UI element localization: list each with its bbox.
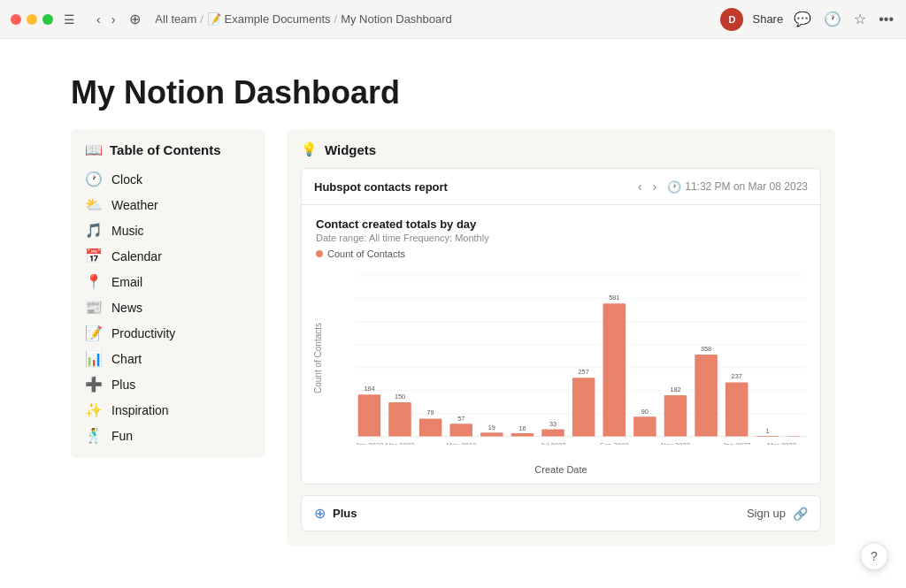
back-button[interactable]: ‹ (93, 11, 104, 28)
svg-rect-38 (695, 355, 718, 437)
toc-block: 📖 Table of Contents 🕐 Clock ⛅ Weather 🎵 … (71, 129, 265, 458)
svg-text:90: 90 (641, 408, 649, 416)
svg-text:19: 19 (488, 424, 495, 431)
svg-text:Jan 2022: Jan 2022 (355, 441, 383, 445)
svg-rect-40 (726, 382, 749, 436)
svg-text:Sep 2022: Sep 2022 (600, 441, 629, 445)
star-icon[interactable]: ☆ (852, 9, 868, 29)
toc-item-music[interactable]: 🎵 Music (85, 220, 251, 241)
add-tab-button[interactable]: ⊕ (126, 9, 144, 29)
page-header: My Notion Dashboard (0, 39, 906, 129)
toc-label-fun: Fun (111, 429, 133, 443)
toc-item-productivity[interactable]: 📝 Productivity (85, 323, 251, 343)
toc-label-chart: Chart (111, 352, 142, 366)
news-emoji: 📰 (85, 299, 103, 316)
x-axis-label: Create Date (316, 464, 806, 475)
svg-text:182: 182 (670, 386, 680, 393)
share-button[interactable]: Share (752, 12, 783, 26)
svg-rect-20 (419, 419, 442, 437)
y-axis-label: Count of Contacts (313, 323, 323, 393)
toc-label-productivity: Productivity (111, 326, 175, 340)
comment-icon[interactable]: 💬 (792, 9, 813, 29)
bar-chart: 700 600 500 400 300 200 100 0 (355, 268, 806, 445)
toc-label-clock: Clock (111, 172, 142, 187)
toc-item-email[interactable]: 📍 Email (85, 271, 251, 292)
widgets-block: 💡 Widgets Hubspot contacts report ‹ › 🕐 … (287, 129, 835, 546)
traffic-lights (11, 14, 53, 25)
svg-rect-42 (756, 436, 779, 437)
toc-item-fun[interactable]: 🕺 Fun (85, 425, 251, 446)
svg-rect-34 (633, 416, 656, 436)
toc-label-plus: Plus (111, 378, 135, 392)
svg-text:184: 184 (364, 385, 374, 393)
toc-label-email: Email (111, 275, 142, 289)
history-icon[interactable]: 🕐 (822, 9, 843, 29)
titlebar-right: D Share 💬 🕐 ☆ ••• (720, 8, 895, 31)
chart-wrapper: Count of Contacts (316, 268, 806, 448)
svg-text:79: 79 (427, 409, 434, 416)
link-icon[interactable]: 🔗 (793, 507, 808, 521)
breadcrumb-page[interactable]: My Notion Dashboard (341, 12, 452, 26)
toc-item-news[interactable]: 📰 News (85, 297, 251, 317)
breadcrumb-workspace[interactable]: All team (155, 12, 196, 26)
svg-text:57: 57 (457, 415, 465, 423)
calendar-emoji: 📅 (85, 248, 103, 264)
svg-rect-36 (664, 395, 687, 437)
svg-text:33: 33 (549, 420, 557, 428)
titlebar: ☰ ‹ › ⊕ All team / 📝 Example Documents /… (0, 0, 906, 39)
plus-footer-label: Plus (333, 507, 740, 520)
signup-button[interactable]: Sign up (747, 507, 786, 520)
hubspot-card: Hubspot contacts report ‹ › 🕐 11:32 PM o… (301, 168, 821, 485)
legend-dot (316, 250, 323, 257)
hamburger-icon[interactable]: ☰ (60, 11, 79, 28)
svg-rect-28 (541, 430, 564, 437)
plus-footer: ⊕ Plus Sign up 🔗 (301, 495, 821, 531)
more-options-icon[interactable]: ••• (877, 10, 895, 29)
main-content: 💡 Widgets Hubspot contacts report ‹ › 🕐 … (287, 129, 835, 588)
svg-text:Nov 2022: Nov 2022 (661, 441, 690, 445)
sidebar: 📖 Table of Contents 🕐 Clock ⛅ Weather 🎵 … (71, 129, 265, 588)
forward-button[interactable]: › (108, 11, 119, 28)
nav-controls: ‹ › (93, 11, 119, 28)
svg-text:358: 358 (701, 345, 711, 353)
legend-label: Count of Contacts (327, 248, 405, 259)
email-emoji: 📍 (85, 273, 103, 290)
hubspot-prev-button[interactable]: ‹ (634, 178, 646, 195)
content-area: 📖 Table of Contents 🕐 Clock ⛅ Weather 🎵 … (0, 129, 906, 588)
toc-label-music: Music (111, 224, 144, 238)
chart-subtitle: Date range: All time Frequency: Monthly (316, 233, 806, 243)
close-button[interactable] (11, 14, 21, 25)
svg-rect-26 (511, 433, 534, 437)
toc-item-clock[interactable]: 🕐 Clock (85, 169, 251, 189)
svg-rect-32 (603, 303, 626, 436)
hubspot-header: Hubspot contacts report ‹ › 🕐 11:32 PM o… (302, 169, 820, 205)
svg-text:May 2022: May 2022 (446, 441, 476, 445)
weather-emoji: ⛅ (85, 196, 103, 213)
productivity-emoji: 📝 (85, 325, 103, 341)
toc-item-inspiration[interactable]: ✨ Inspiration (85, 400, 251, 420)
hubspot-time: 🕐 11:32 PM on Mar 08 2023 (667, 180, 808, 194)
toc-title: 📖 Table of Contents (85, 141, 251, 158)
svg-text:Jul 2022: Jul 2022 (540, 441, 565, 445)
toc-item-weather[interactable]: ⛅ Weather (85, 195, 251, 215)
svg-rect-22 (449, 424, 472, 436)
minimize-button[interactable] (27, 14, 37, 25)
maximize-button[interactable] (42, 14, 53, 25)
toc-label-calendar: Calendar (111, 249, 162, 263)
avatar: D (720, 8, 743, 31)
widgets-emoji: 💡 (301, 141, 318, 157)
svg-text:237: 237 (732, 373, 742, 381)
svg-text:16: 16 (518, 424, 526, 432)
svg-text:1: 1 (765, 427, 769, 435)
svg-text:257: 257 (579, 368, 589, 376)
toc-items: 🕐 Clock ⛅ Weather 🎵 Music 📅 Calendar (85, 169, 251, 446)
hubspot-timestamp: 11:32 PM on Mar 08 2023 (685, 180, 808, 193)
hubspot-next-button[interactable]: › (649, 178, 661, 195)
clock-emoji: 🕐 (85, 171, 103, 187)
breadcrumb-folder[interactable]: 📝 Example Documents (207, 12, 331, 26)
toc-item-calendar[interactable]: 📅 Calendar (85, 246, 251, 266)
toc-title-text: Table of Contents (110, 142, 221, 157)
toc-item-chart[interactable]: 📊 Chart (85, 348, 251, 369)
help-button[interactable]: ? (860, 542, 888, 570)
toc-item-plus[interactable]: ➕ Plus (85, 374, 251, 394)
